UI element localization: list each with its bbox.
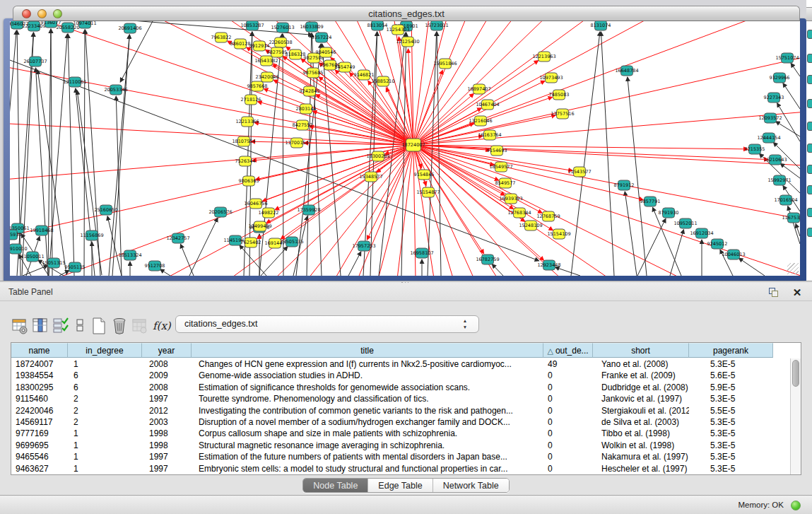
table-row[interactable]: 1938455462009Genome-wide association stu… — [11, 370, 790, 381]
cell-year[interactable]: 1997 — [149, 451, 192, 462]
network-node[interactable]: 8791912 — [614, 180, 635, 190]
rows-icon[interactable] — [72, 317, 89, 335]
network-node[interactable]: 8791930 — [659, 208, 679, 218]
selected-network-node[interactable]: 8549577 — [495, 178, 516, 188]
cell-short[interactable]: Jankovic et al. (1997) — [601, 393, 689, 404]
new-file-icon[interactable] — [90, 317, 107, 335]
cell-name[interactable]: 9465546 — [16, 451, 68, 462]
cell-in_degree[interactable]: 1 — [73, 428, 142, 439]
function-fx-icon[interactable]: f(x) — [153, 317, 170, 335]
cell-out_de[interactable]: 0 — [548, 451, 593, 462]
edge[interactable] — [628, 77, 647, 276]
selected-network-node[interactable]: 11700154 — [285, 138, 308, 148]
network-node[interactable]: 17957253 — [352, 241, 375, 251]
cell-pagerank[interactable]: 5.3E-5 — [710, 451, 773, 462]
close-panel-icon[interactable]: ✕ — [792, 287, 802, 298]
cell-pagerank[interactable]: 5.3E-5 — [710, 393, 773, 404]
cell-in_degree[interactable]: 2 — [73, 416, 142, 428]
tab-network-table[interactable]: Network Table — [433, 479, 509, 493]
selected-edge[interactable] — [257, 145, 413, 239]
edge[interactable] — [84, 30, 85, 276]
vertical-scrollbar[interactable] — [790, 358, 801, 474]
table-row[interactable]: 946362711997Embryonic stem cells: a mode… — [11, 463, 790, 474]
network-node[interactable]: 12110061 — [63, 77, 86, 87]
selected-network-node[interactable]: 15248109 — [519, 221, 542, 230]
selected-network-node[interactable]: 15154109 — [547, 229, 570, 239]
edge[interactable] — [401, 33, 406, 276]
cell-year[interactable]: 1998 — [149, 428, 192, 439]
cell-title[interactable]: Estimation of significance thresholds fo… — [199, 382, 543, 393]
network-node[interactable]: 16033809 — [300, 22, 323, 32]
selected-network-node[interactable]: 10973493 — [539, 73, 563, 83]
cell-out_de[interactable]: 0 — [548, 428, 593, 439]
network-node[interactable]: 15276013 — [271, 23, 294, 33]
table-row[interactable]: 911546021997Tourette syndrome. Phenomeno… — [11, 393, 790, 404]
scrollbar-thumb[interactable] — [792, 360, 799, 387]
selected-network-node[interactable]: 16897407 — [467, 84, 490, 94]
network-node[interactable]: 20206576 — [208, 207, 232, 217]
column-header-in_degree[interactable]: in_degree — [68, 343, 142, 358]
zoom-window-icon[interactable] — [53, 9, 62, 18]
selected-network-node[interactable]: 7485083 — [549, 90, 570, 100]
cell-title[interactable]: Tourette syndrome. Phenomenology and cla… — [199, 393, 543, 404]
selected-edge[interactable] — [413, 145, 544, 260]
tab-node-table[interactable]: Node Table — [303, 479, 368, 493]
cell-title[interactable]: Corpus callosum shape and size in male p… — [199, 428, 543, 439]
cell-name[interactable]: 22420046 — [16, 405, 68, 416]
cell-out_de[interactable]: 49 — [548, 358, 593, 370]
edge[interactable] — [625, 192, 637, 276]
network-node[interactable]: 17016504 — [774, 195, 797, 205]
network-node[interactable]: 16782759 — [476, 255, 499, 264]
edge[interactable] — [788, 206, 800, 244]
network-node[interactable]: 16912034 — [690, 228, 713, 238]
cell-out_de[interactable]: 0 — [548, 416, 593, 428]
selected-edge[interactable] — [266, 145, 413, 223]
network-node[interactable]: 20691406 — [118, 23, 141, 33]
cell-name[interactable]: 9115460 — [16, 393, 68, 404]
edge[interactable] — [670, 230, 683, 276]
selected-edge[interactable] — [413, 21, 800, 145]
cell-title[interactable]: Investigating the contribution of common… — [199, 405, 543, 416]
network-node[interactable]: 8357224 — [312, 33, 332, 42]
cell-title[interactable]: Embryonic stem cells: a model to study s… — [199, 463, 543, 474]
network-node[interactable]: 15723011 — [425, 21, 448, 30]
cell-pagerank[interactable]: 5.5E-5 — [710, 405, 773, 416]
cell-name[interactable]: 18300295 — [16, 382, 68, 393]
cell-short[interactable]: Wolkin et al. (1998) — [601, 440, 689, 451]
selected-network-node[interactable]: 8186328 — [286, 49, 306, 59]
edge[interactable] — [112, 35, 129, 276]
citation-network-graph[interactable]: 1934607722233409913607720558220109740112… — [10, 21, 800, 276]
selected-edge[interactable] — [413, 21, 800, 145]
cell-short[interactable]: Yano et al. (2008) — [601, 358, 689, 370]
network-node[interactable]: 8131074 — [591, 21, 611, 30]
minimize-window-icon[interactable] — [37, 9, 47, 18]
selected-network-node[interactable]: 15348577 — [359, 172, 382, 182]
selected-edge[interactable] — [413, 108, 481, 145]
network-node[interactable]: 15992971 — [767, 175, 791, 185]
cell-title[interactable]: Changes of HCN gene expression and I(f) … — [199, 358, 543, 370]
network-node[interactable]: 8813054 — [367, 21, 388, 30]
cell-short[interactable]: de Silva et al. (2003) — [601, 416, 689, 428]
network-node[interactable]: 12093572 — [758, 113, 782, 123]
edge[interactable] — [116, 96, 122, 276]
tab-edge-table[interactable]: Edge Table — [368, 479, 433, 493]
selected-network-node[interactable]: 22260538 — [269, 37, 292, 47]
column-header-name[interactable]: name — [11, 343, 68, 358]
network-node[interactable]: 9505135 — [65, 262, 86, 272]
cell-in_degree[interactable]: 2 — [73, 405, 142, 416]
close-window-icon[interactable] — [22, 9, 31, 18]
show-column-icon[interactable] — [32, 317, 49, 335]
network-node[interactable]: 9245012 — [707, 239, 728, 249]
network-canvas[interactable]: 1934607722233409913607720558220109740112… — [10, 21, 800, 276]
cell-out_de[interactable]: 0 — [548, 382, 593, 393]
memory-status-icon[interactable] — [791, 501, 801, 510]
selected-edge[interactable] — [413, 21, 800, 145]
selected-network-node[interactable]: 12125430 — [396, 37, 419, 47]
cell-name[interactable]: 9463627 — [16, 463, 68, 474]
cell-short[interactable]: Hescheler et al. (1997) — [601, 463, 689, 474]
selected-network-node[interactable]: 1691447 — [265, 238, 286, 248]
cell-title[interactable]: Genome-wide association studies in ADHD. — [199, 370, 543, 381]
selected-edge[interactable] — [413, 21, 800, 145]
selected-network-node[interactable]: 7526344 — [235, 156, 256, 166]
cell-year[interactable]: 2012 — [149, 405, 192, 416]
